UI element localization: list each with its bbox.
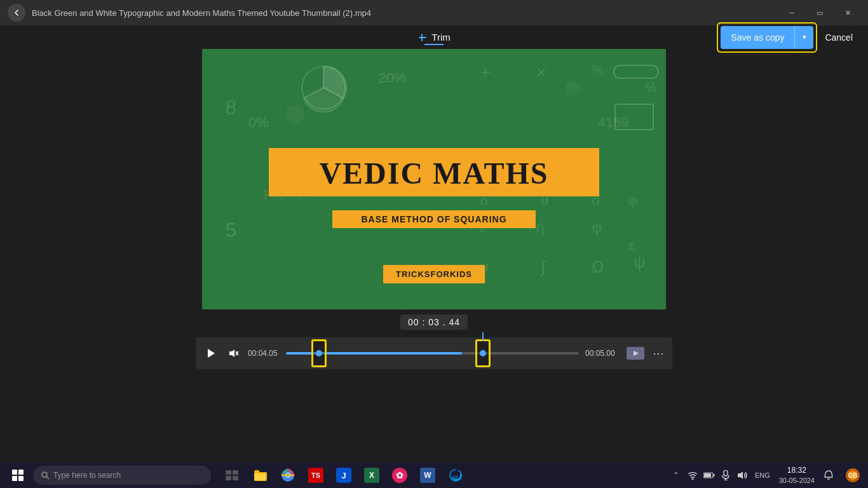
vedic-title: VEDIC MATHS: [281, 158, 587, 189]
minimize-button[interactable]: ─: [779, 3, 804, 22]
search-icon: [41, 471, 50, 480]
taskbar-task-view[interactable]: [219, 464, 245, 487]
save-copy-container: Save as copy ▾: [717, 22, 817, 53]
maximize-button[interactable]: ▭: [807, 3, 832, 22]
trim-icon: [417, 32, 428, 43]
taskbar-chrome[interactable]: [275, 464, 301, 487]
search-placeholder: Type here to search: [53, 471, 121, 480]
chalk-background: 20% + × % ℅ 8 0% 5 ε η φ ε ν ∫ Ω ψ δ: [202, 49, 666, 309]
ts-icon: TS: [308, 468, 323, 483]
chrome-icon: [280, 468, 295, 483]
video-thumb-icon: [629, 349, 642, 358]
time-right: 00:05.00: [585, 349, 620, 358]
wifi-icon[interactable]: [686, 469, 699, 482]
language-indicator[interactable]: ENG: [755, 471, 770, 479]
svg-rect-27: [713, 474, 714, 477]
volume-tray-svg: [737, 471, 747, 480]
play-button[interactable]: [202, 344, 220, 362]
taskbar-design-app[interactable]: ✿: [386, 464, 413, 487]
svg-rect-7: [615, 104, 653, 130]
close-button[interactable]: ✕: [835, 3, 860, 22]
excel-icon: X: [364, 468, 379, 483]
svg-rect-16: [226, 470, 231, 475]
svg-line-15: [46, 477, 49, 479]
controls-area: 00:04.05 00:05.00: [196, 337, 672, 369]
start-button[interactable]: [5, 464, 31, 487]
svg-line-5: [304, 88, 324, 98]
svg-point-24: [691, 478, 693, 480]
right-trim-marker: [482, 332, 484, 341]
video-container: 20% + × % ℅ 8 0% 5 ε η φ ε ν ∫ Ω ψ δ: [202, 49, 666, 309]
back-button[interactable]: [8, 4, 25, 22]
clock-time: 18:32: [787, 466, 806, 476]
task-view-icon: [224, 468, 240, 483]
taskbar-excel[interactable]: X: [358, 464, 385, 487]
more-options-button[interactable]: ⋯: [651, 346, 666, 361]
battery-icon-svg: [703, 471, 715, 479]
orange-banner: VEDIC MATHS: [269, 148, 599, 196]
taskbar: Type here to search: [0, 463, 868, 488]
clock-area[interactable]: 18:32 30-05-2024: [779, 466, 815, 485]
timeline-track[interactable]: [286, 352, 579, 355]
volume-tray-icon[interactable]: [736, 469, 749, 482]
windows-logo: [12, 470, 24, 481]
task-view-icon-svg: [226, 470, 238, 480]
edge-icon-svg: [449, 468, 463, 482]
chevron-down-icon: ▾: [803, 33, 806, 41]
timeline-container[interactable]: [286, 351, 579, 356]
notification-icon: [824, 470, 834, 480]
taskbar-app-ts[interactable]: TS: [302, 464, 329, 487]
brand-text: TRICKSFORKIDS: [396, 269, 472, 279]
sub-title: BASE METHOD OF SQUARING: [340, 214, 528, 224]
notification-button[interactable]: [818, 464, 839, 487]
save-copy-button[interactable]: Save as copy: [721, 26, 794, 49]
svg-rect-26: [704, 473, 711, 477]
system-tray: ⌃: [670, 464, 863, 487]
cancel-button[interactable]: Cancel: [822, 27, 855, 48]
taskbar-explorer[interactable]: [247, 464, 273, 487]
mute-button[interactable]: [226, 346, 241, 361]
svg-line-4: [323, 88, 344, 98]
taskbar-word[interactable]: W: [414, 464, 441, 487]
svg-rect-1: [421, 34, 423, 41]
svg-point-14: [42, 472, 47, 477]
svg-text:GB: GB: [848, 472, 858, 479]
svg-rect-6: [614, 65, 658, 78]
window-controls: ─ ▭ ✕: [779, 3, 860, 22]
taskbar-edge-app[interactable]: [442, 464, 469, 487]
color-button[interactable]: GB: [843, 465, 863, 485]
mic-icon-svg: [722, 470, 729, 480]
save-copy-dropdown-button[interactable]: ▾: [794, 26, 813, 49]
svg-rect-19: [233, 476, 238, 480]
taskbar-jira[interactable]: J: [330, 464, 357, 487]
search-bar[interactable]: Type here to search: [33, 466, 211, 485]
time-display: 00 : 03 . 44: [400, 315, 468, 330]
svg-rect-28: [724, 470, 728, 476]
tray-overflow-button[interactable]: ⌃: [670, 469, 682, 482]
svg-point-2: [302, 67, 345, 110]
edge-app-icon: [448, 468, 463, 483]
main-content: Trim Save as copy ▾ Cancel 20% + × % ℅: [0, 25, 868, 463]
brand-badge: TRICKSFORKIDS: [383, 265, 485, 283]
microphone-icon[interactable]: [719, 469, 732, 482]
thumbnail-icon[interactable]: [627, 347, 644, 360]
svg-marker-9: [229, 349, 234, 357]
play-icon: [207, 348, 215, 358]
left-trim-handle[interactable]: [311, 339, 327, 367]
sub-banner: BASE METHOD OF SQUARING: [332, 210, 536, 228]
left-trim-circle: [316, 350, 322, 356]
trim-label: Trim: [417, 32, 450, 43]
toolbar-right: Save as copy ▾ Cancel: [717, 22, 855, 53]
word-icon: W: [420, 468, 435, 483]
jira-icon: J: [336, 468, 351, 483]
window-title: Black Green and White Typographic and Mo…: [32, 8, 779, 18]
svg-marker-8: [208, 349, 215, 358]
svg-point-23: [452, 475, 459, 479]
battery-icon[interactable]: [703, 469, 715, 482]
svg-marker-31: [738, 471, 743, 479]
right-trim-handle[interactable]: [475, 339, 491, 367]
explorer-icon: [252, 468, 268, 483]
video-thumbnail: 20% + × % ℅ 8 0% 5 ε η φ ε ν ∫ Ω ψ δ: [202, 49, 666, 309]
design-icon: ✿: [392, 468, 407, 483]
right-trim-circle: [480, 350, 486, 356]
